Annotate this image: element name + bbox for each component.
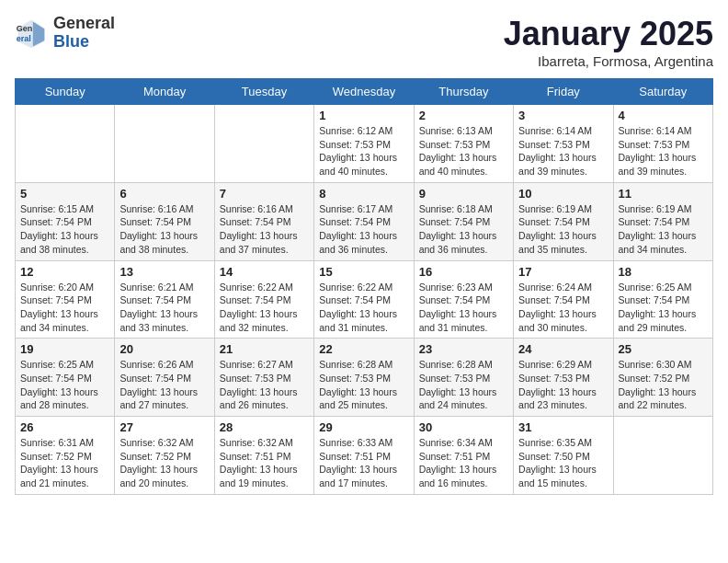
calendar-cell: 10Sunrise: 6:19 AMSunset: 7:54 PMDayligh… [514, 182, 613, 260]
calendar-body: 1Sunrise: 6:12 AMSunset: 7:53 PMDaylight… [16, 105, 713, 495]
calendar-cell: 8Sunrise: 6:17 AMSunset: 7:54 PMDaylight… [314, 182, 414, 260]
day-info: Sunrise: 6:20 AMSunset: 7:54 PMDaylight:… [20, 281, 109, 335]
logo-icon: Gen eral [15, 17, 48, 50]
day-number: 16 [419, 265, 508, 279]
day-number: 20 [119, 342, 209, 356]
calendar-week-0: 1Sunrise: 6:12 AMSunset: 7:53 PMDaylight… [16, 105, 713, 183]
day-info: Sunrise: 6:22 AMSunset: 7:54 PMDaylight:… [319, 281, 408, 335]
day-info: Sunrise: 6:35 AMSunset: 7:50 PMDaylight:… [518, 436, 608, 490]
header-row: SundayMondayTuesdayWednesdayThursdayFrid… [16, 79, 713, 105]
day-info: Sunrise: 6:14 AMSunset: 7:53 PMDaylight:… [619, 124, 708, 178]
logo-text: General Blue [53, 15, 115, 52]
logo-general: General [53, 14, 115, 32]
header-cell-friday: Friday [514, 79, 613, 105]
day-info: Sunrise: 6:33 AMSunset: 7:51 PMDaylight:… [319, 436, 408, 490]
calendar-cell: 23Sunrise: 6:28 AMSunset: 7:53 PMDayligh… [414, 339, 513, 417]
header-cell-thursday: Thursday [414, 79, 513, 105]
calendar-cell: 18Sunrise: 6:25 AMSunset: 7:54 PMDayligh… [613, 260, 712, 339]
calendar-cell [613, 417, 712, 495]
calendar-cell: 28Sunrise: 6:32 AMSunset: 7:51 PMDayligh… [214, 417, 313, 495]
day-number: 10 [518, 187, 608, 201]
day-number: 4 [619, 109, 708, 122]
day-number: 25 [619, 342, 708, 356]
day-number: 1 [319, 109, 408, 122]
day-info: Sunrise: 6:21 AMSunset: 7:54 PMDaylight:… [119, 281, 209, 335]
day-info: Sunrise: 6:18 AMSunset: 7:54 PMDaylight:… [419, 202, 508, 257]
day-number: 22 [319, 342, 408, 356]
calendar-header: SundayMondayTuesdayWednesdayThursdayFrid… [16, 79, 713, 105]
day-number: 5 [20, 187, 109, 201]
calendar-cell: 31Sunrise: 6:35 AMSunset: 7:50 PMDayligh… [514, 417, 613, 495]
day-info: Sunrise: 6:13 AMSunset: 7:53 PMDaylight:… [419, 124, 508, 178]
day-number: 29 [319, 420, 408, 434]
day-number: 30 [419, 420, 508, 434]
day-number: 14 [220, 265, 309, 279]
day-number: 24 [518, 342, 608, 356]
calendar-cell: 13Sunrise: 6:21 AMSunset: 7:54 PMDayligh… [115, 260, 214, 339]
calendar-cell: 30Sunrise: 6:34 AMSunset: 7:51 PMDayligh… [414, 417, 513, 495]
calendar-cell [214, 105, 313, 183]
title-area: January 2025 Ibarreta, Formosa, Argentin… [504, 15, 713, 69]
calendar-cell: 22Sunrise: 6:28 AMSunset: 7:53 PMDayligh… [314, 339, 414, 417]
svg-marker-1 [33, 21, 45, 46]
day-info: Sunrise: 6:14 AMSunset: 7:53 PMDaylight:… [518, 124, 608, 178]
day-info: Sunrise: 6:22 AMSunset: 7:54 PMDaylight:… [220, 281, 309, 335]
day-number: 23 [419, 342, 508, 356]
calendar-cell: 7Sunrise: 6:16 AMSunset: 7:54 PMDaylight… [214, 182, 313, 260]
day-info: Sunrise: 6:23 AMSunset: 7:54 PMDaylight:… [419, 281, 508, 335]
svg-text:Gen: Gen [17, 24, 33, 33]
svg-text:eral: eral [17, 34, 31, 43]
calendar-cell: 4Sunrise: 6:14 AMSunset: 7:53 PMDaylight… [613, 105, 712, 183]
day-info: Sunrise: 6:32 AMSunset: 7:51 PMDaylight:… [220, 436, 309, 490]
logo-blue: Blue [53, 32, 89, 51]
day-info: Sunrise: 6:16 AMSunset: 7:54 PMDaylight:… [220, 202, 309, 257]
day-info: Sunrise: 6:34 AMSunset: 7:51 PMDaylight:… [419, 436, 508, 490]
day-number: 13 [119, 265, 209, 279]
header-cell-monday: Monday [115, 79, 214, 105]
header: Gen eral General Blue January 2025 Ibarr… [15, 15, 713, 69]
calendar-title: January 2025 [504, 15, 713, 53]
calendar-cell: 16Sunrise: 6:23 AMSunset: 7:54 PMDayligh… [414, 260, 513, 339]
day-number: 28 [220, 420, 309, 434]
calendar-cell: 25Sunrise: 6:30 AMSunset: 7:52 PMDayligh… [613, 339, 712, 417]
calendar-cell: 5Sunrise: 6:15 AMSunset: 7:54 PMDaylight… [16, 182, 115, 260]
day-number: 31 [518, 420, 608, 434]
day-number: 7 [220, 187, 309, 201]
day-number: 11 [619, 187, 708, 201]
header-cell-sunday: Sunday [16, 79, 115, 105]
day-info: Sunrise: 6:19 AMSunset: 7:54 PMDaylight:… [518, 202, 608, 257]
day-info: Sunrise: 6:27 AMSunset: 7:53 PMDaylight:… [220, 358, 309, 412]
day-number: 26 [20, 420, 109, 434]
calendar-table: SundayMondayTuesdayWednesdayThursdayFrid… [15, 78, 713, 495]
day-info: Sunrise: 6:29 AMSunset: 7:53 PMDaylight:… [518, 358, 608, 412]
calendar-cell: 19Sunrise: 6:25 AMSunset: 7:54 PMDayligh… [16, 339, 115, 417]
day-number: 15 [319, 265, 408, 279]
header-cell-saturday: Saturday [613, 79, 712, 105]
calendar-cell: 17Sunrise: 6:24 AMSunset: 7:54 PMDayligh… [514, 260, 613, 339]
day-info: Sunrise: 6:12 AMSunset: 7:53 PMDaylight:… [319, 124, 408, 178]
day-number: 19 [20, 342, 109, 356]
day-number: 17 [518, 265, 608, 279]
day-info: Sunrise: 6:15 AMSunset: 7:54 PMDaylight:… [20, 202, 109, 257]
calendar-cell: 12Sunrise: 6:20 AMSunset: 7:54 PMDayligh… [16, 260, 115, 339]
day-info: Sunrise: 6:17 AMSunset: 7:54 PMDaylight:… [319, 202, 408, 257]
day-info: Sunrise: 6:24 AMSunset: 7:54 PMDaylight:… [518, 281, 608, 335]
day-info: Sunrise: 6:25 AMSunset: 7:54 PMDaylight:… [20, 358, 109, 412]
calendar-week-2: 12Sunrise: 6:20 AMSunset: 7:54 PMDayligh… [16, 260, 713, 339]
day-info: Sunrise: 6:30 AMSunset: 7:52 PMDaylight:… [619, 358, 708, 412]
day-info: Sunrise: 6:16 AMSunset: 7:54 PMDaylight:… [119, 202, 209, 257]
day-info: Sunrise: 6:19 AMSunset: 7:54 PMDaylight:… [619, 202, 708, 257]
calendar-week-3: 19Sunrise: 6:25 AMSunset: 7:54 PMDayligh… [16, 339, 713, 417]
calendar-cell: 3Sunrise: 6:14 AMSunset: 7:53 PMDaylight… [514, 105, 613, 183]
day-number: 18 [619, 265, 708, 279]
calendar-week-4: 26Sunrise: 6:31 AMSunset: 7:52 PMDayligh… [16, 417, 713, 495]
calendar-cell [115, 105, 214, 183]
header-cell-tuesday: Tuesday [214, 79, 313, 105]
day-info: Sunrise: 6:28 AMSunset: 7:53 PMDaylight:… [419, 358, 508, 412]
day-number: 9 [419, 187, 508, 201]
day-number: 6 [119, 187, 209, 201]
day-number: 3 [518, 109, 608, 122]
calendar-cell: 27Sunrise: 6:32 AMSunset: 7:52 PMDayligh… [115, 417, 214, 495]
day-info: Sunrise: 6:32 AMSunset: 7:52 PMDaylight:… [119, 436, 209, 490]
calendar-cell: 24Sunrise: 6:29 AMSunset: 7:53 PMDayligh… [514, 339, 613, 417]
